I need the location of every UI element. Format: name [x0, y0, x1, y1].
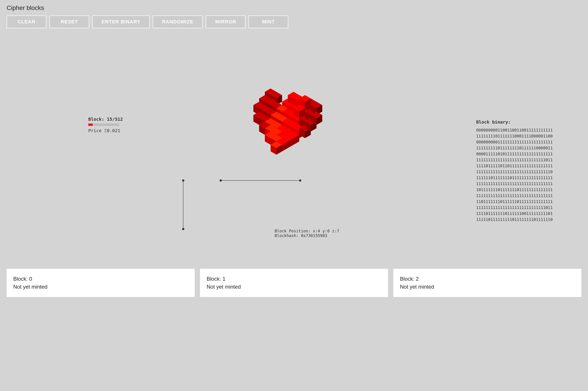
svg-marker-6 — [238, 79, 250, 85]
block-position-info: Block Position: x:4 y:0 z:7 Blockhash: 0… — [275, 229, 339, 238]
binary-line-12: 11011111110111111011111111111111 — [476, 198, 553, 204]
canvas-area: Block: 15/512 Price Ξ0.021 — [0, 30, 588, 264]
binary-line-1: 11111111011111110001111000001100 — [476, 133, 553, 139]
svg-marker-0 — [238, 79, 250, 85]
progress-bar — [88, 124, 119, 126]
position-label: Block Position: x:4 y:0 z:7 — [275, 229, 339, 233]
cube-3d-svg — [238, 79, 362, 206]
progress-bar-fill — [88, 124, 93, 126]
binary-line-4: 00001111101011111111111111111111 — [476, 151, 553, 157]
binary-line-6: 11110111110110111111111111111111 — [476, 163, 553, 169]
block-card-0: Block: 0 Not yet minted — [7, 269, 195, 297]
binary-line-8: 11111101111111011111111111111111 — [476, 175, 553, 181]
enter-binary-button[interactable]: ENTER BINARY — [92, 15, 150, 28]
svg-point-11 — [182, 228, 184, 230]
reset-button[interactable]: RESET — [49, 15, 89, 28]
block-count-label: Block: 15/512 — [88, 116, 123, 122]
binary-line-0: 00000000011001100110011111111111 — [476, 127, 553, 133]
block-card-1: Block: 1 Not yet minted — [200, 269, 388, 297]
binary-line-14: 11110111111101111110011111111101 — [476, 210, 553, 216]
binary-line-9: 11111111111111111111111111111111 — [476, 181, 553, 187]
randomize-button[interactable]: RANDOMIZE — [153, 15, 203, 28]
block-card-1-num: Block: 1 — [206, 275, 382, 283]
block-card-0-status: Not yet minted — [13, 283, 188, 291]
svg-point-10 — [182, 179, 184, 182]
app-title: Cipher blocks — [7, 4, 581, 11]
clear-button[interactable]: CLEAR — [7, 15, 46, 28]
binary-line-5: 11111111111111111111111111111011 — [476, 157, 553, 163]
block-3d-container — [238, 79, 371, 211]
block-card-0-num: Block: 0 — [13, 275, 188, 283]
block-info-left: Block: 15/512 Price Ξ0.021 — [88, 116, 123, 133]
svg-marker-7 — [244, 82, 250, 92]
binary-line-15: 11111011111111101111111101111110 — [476, 216, 553, 222]
svg-marker-2 — [238, 82, 244, 92]
block-binary-right: Block binary: 00000000011001100110011111… — [476, 119, 553, 222]
price-label: Price Ξ0.021 — [88, 128, 123, 133]
block-card-1-status: Not yet minted — [206, 283, 382, 291]
binary-line-11: 11111111111111111111111111111111 — [476, 193, 553, 198]
mirror-button[interactable]: MIRROR — [206, 15, 245, 28]
svg-marker-1 — [244, 82, 250, 92]
block-binary-title: Block binary: — [476, 119, 553, 125]
blockhash-label: Blockhash: 0x730155983 — [275, 233, 339, 238]
binary-line-10: 10111111101111111011111111111111 — [476, 187, 553, 193]
block-card-2-status: Not yet minted — [400, 283, 575, 291]
svg-marker-5 — [238, 82, 244, 92]
binary-line-7: 11111111111111111111111111111110 — [476, 169, 553, 175]
binary-line-2: 00000000011111111111111111111111 — [476, 139, 553, 145]
mint-button[interactable]: MINT — [249, 15, 288, 28]
svg-marker-8 — [238, 82, 244, 92]
binary-line-3: 11111111101111111101111110000011 — [476, 145, 553, 151]
toolbar: CLEAR RESET ENTER BINARY RANDOMIZE MIRRO… — [7, 15, 581, 28]
binary-line-13: 11111111111111111111111111111011 — [476, 204, 553, 210]
block-card-2-num: Block: 2 — [400, 275, 575, 283]
svg-marker-3 — [238, 79, 250, 85]
bottom-cards: Block: 0 Not yet minted Block: 1 Not yet… — [0, 264, 588, 301]
svg-marker-4 — [244, 82, 250, 92]
svg-point-13 — [220, 179, 222, 182]
header: Cipher blocks CLEAR RESET ENTER BINARY R… — [0, 0, 588, 30]
block-card-2: Block: 2 Not yet minted — [393, 269, 581, 297]
